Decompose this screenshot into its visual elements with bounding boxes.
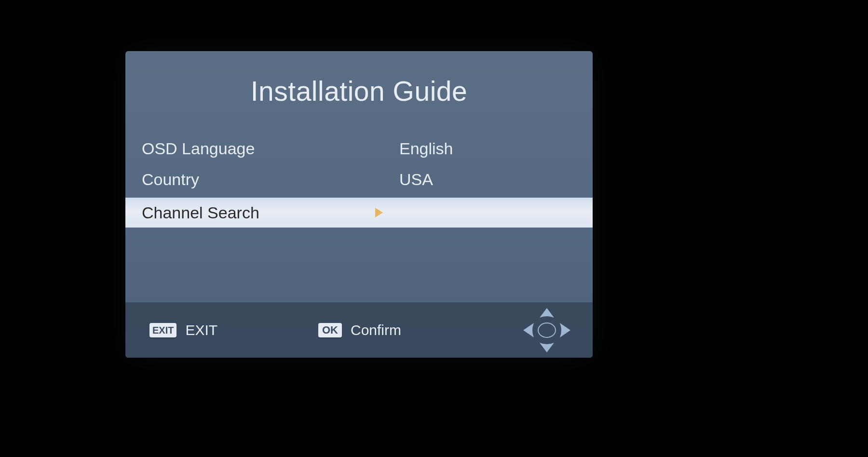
ok-badge: OK xyxy=(318,323,342,337)
menu-item-label: Channel Search xyxy=(142,203,374,222)
confirm-label: Confirm xyxy=(351,322,401,338)
menu-item-channel-search[interactable]: Channel Search xyxy=(125,198,593,228)
exit-label: EXIT xyxy=(185,322,217,338)
exit-badge: EXIT xyxy=(149,323,176,337)
confirm-hint[interactable]: OK Confirm xyxy=(318,322,401,338)
dpad-icon xyxy=(520,307,573,353)
svg-point-0 xyxy=(538,323,556,337)
menu-item-value: English xyxy=(399,139,573,158)
menu-item-label: Country xyxy=(142,170,374,189)
menu: OSD Language English Country USA Channel… xyxy=(125,133,593,228)
footer-bar: EXIT EXIT OK Confirm xyxy=(125,302,593,358)
menu-item-value: USA xyxy=(399,170,573,189)
play-icon xyxy=(374,207,399,218)
dialog-title: Installation Guide xyxy=(125,75,593,107)
exit-hint[interactable]: EXIT EXIT xyxy=(149,322,217,338)
menu-item-country[interactable]: Country USA xyxy=(125,164,593,195)
installation-guide-dialog: Installation Guide OSD Language English … xyxy=(125,51,593,358)
menu-item-osd-language[interactable]: OSD Language English xyxy=(125,133,593,164)
menu-item-label: OSD Language xyxy=(142,139,374,158)
